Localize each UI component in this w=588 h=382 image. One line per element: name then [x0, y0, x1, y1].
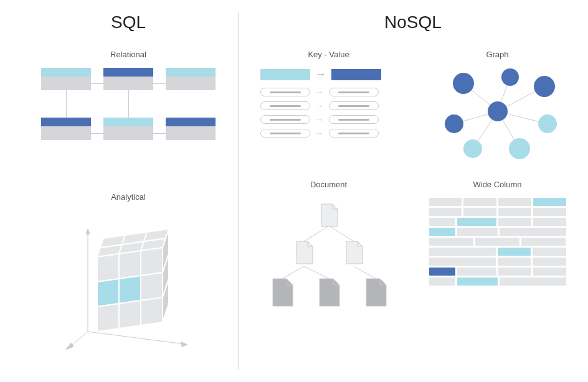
svg-marker-23 [141, 297, 163, 325]
widecolumn-cell [475, 238, 519, 246]
widecolumn-cell [429, 268, 455, 276]
arrow-icon: → [315, 114, 324, 124]
svg-marker-20 [141, 273, 163, 300]
widecolumn-cell [463, 208, 496, 216]
vertical-divider [238, 12, 239, 370]
arrow-icon: → [315, 68, 326, 81]
sql-title: SQL [111, 12, 146, 32]
connector [66, 90, 67, 118]
diagram-container: SQL Relational Analyti [0, 0, 588, 382]
key-pill [260, 88, 310, 96]
svg-line-33 [282, 266, 304, 279]
keyvalue-diagram: → → → → → [260, 68, 397, 142]
widecolumn-diagram [429, 198, 566, 287]
connector [153, 133, 166, 134]
document-icon [296, 241, 313, 264]
connector [91, 133, 103, 134]
node-icon [509, 138, 530, 159]
sql-column: SQL Relational Analyti [19, 12, 238, 370]
value-pill [329, 88, 379, 96]
widecolumn-row [429, 248, 566, 256]
svg-line-32 [329, 226, 354, 241]
relational-diagram [41, 68, 216, 161]
key-pill [260, 129, 310, 137]
svg-marker-3 [181, 342, 187, 347]
widecolumn-cell [429, 218, 455, 226]
keyvalue-label: Key - Value [308, 50, 349, 59]
key-pill [260, 115, 310, 124]
widecolumn-cell [429, 277, 456, 286]
widecolumn-cell [533, 258, 566, 266]
keyvalue-section: Key - Value → → → → → [257, 50, 401, 161]
connector [128, 90, 129, 118]
svg-marker-17 [141, 248, 163, 276]
analytical-label: Analytical [111, 192, 146, 202]
widecolumn-label: Wide Column [473, 180, 521, 189]
table-icon [103, 68, 153, 90]
widecolumn-cell [429, 228, 456, 236]
widecolumn-row [429, 208, 566, 216]
widecolumn-cell [429, 208, 462, 216]
cube-diagram [60, 223, 197, 353]
svg-marker-18 [97, 279, 119, 307]
graph-section: Graph [425, 50, 569, 161]
svg-marker-5 [66, 343, 74, 350]
widecolumn-cell [457, 228, 497, 236]
value-block [331, 69, 381, 80]
widecolumn-cell [463, 198, 496, 206]
document-icon [320, 279, 339, 306]
nosql-column: NoSQL Key - Value → → → → → [238, 12, 569, 370]
table-icon [166, 118, 216, 140]
table-icon [103, 118, 153, 140]
svg-line-2 [88, 332, 184, 344]
widecolumn-row [429, 268, 566, 276]
key-block [260, 69, 310, 80]
widecolumn-cell [498, 248, 531, 256]
svg-marker-22 [119, 300, 141, 328]
graph-diagram [435, 68, 560, 161]
widecolumn-cell [521, 238, 566, 246]
widecolumn-cell [457, 218, 497, 226]
widecolumn-cell [457, 268, 497, 276]
analytical-section: Analytical [60, 192, 197, 353]
relational-section: Relational [41, 50, 216, 161]
value-pill [329, 129, 379, 137]
widecolumn-cell [533, 208, 566, 216]
node-icon [463, 139, 482, 158]
widecolumn-cell [498, 268, 531, 276]
document-label: Document [310, 180, 347, 189]
graph-label: Graph [486, 50, 508, 59]
widecolumn-row [429, 198, 566, 206]
widecolumn-section: Wide Column [425, 180, 569, 310]
document-icon [273, 279, 293, 306]
widecolumn-cell [533, 218, 566, 226]
svg-marker-21 [97, 304, 119, 332]
svg-marker-16 [119, 251, 141, 279]
widecolumn-row [429, 258, 566, 266]
svg-marker-19 [119, 276, 141, 304]
key-pill [260, 101, 310, 110]
widecolumn-cell [498, 258, 531, 266]
document-icon [321, 204, 338, 226]
widecolumn-row [429, 228, 566, 236]
widecolumn-row [429, 218, 566, 226]
widecolumn-cell [429, 238, 473, 246]
table-icon [41, 118, 91, 140]
widecolumn-cell [429, 198, 462, 206]
node-icon [445, 114, 463, 133]
arrow-icon: → [315, 101, 324, 111]
value-pill [329, 115, 379, 124]
relational-label: Relational [110, 50, 146, 59]
arrow-icon: → [315, 87, 324, 97]
table-icon [166, 68, 216, 90]
node-icon [534, 76, 555, 97]
widecolumn-cell [457, 277, 497, 286]
svg-marker-1 [86, 229, 90, 234]
document-icon [346, 241, 363, 264]
connector [153, 83, 166, 84]
table-icon [41, 68, 91, 90]
widecolumn-cell [429, 248, 496, 256]
document-diagram [260, 198, 397, 310]
value-pill [329, 101, 379, 110]
widecolumn-cell [533, 198, 566, 206]
